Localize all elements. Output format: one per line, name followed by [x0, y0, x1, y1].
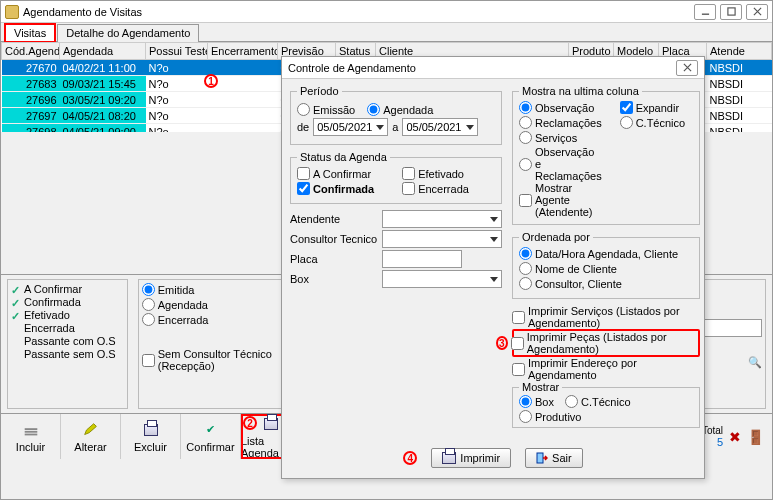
fs-periodo: Período Emissão Agendada de 05/05/2021 a… [290, 85, 502, 145]
chk-imp-servicos[interactable]: Imprimir Serviços (Listados por Agendame… [512, 305, 692, 329]
chk-efetivado[interactable]: Efetivado [11, 309, 116, 321]
window-title: Agendamento de Visitas [23, 6, 142, 18]
radio-ord-cons[interactable]: Consultor, Cliente [519, 277, 622, 290]
radio-ord-nome[interactable]: Nome de Cliente [519, 262, 617, 275]
radio-emissao[interactable]: Emissão [297, 103, 355, 116]
fs-status-agenda: Status da Agenda A Confirmar Confirmada … [290, 151, 502, 204]
col-possui-teste[interactable]: Possui Teste [146, 43, 208, 60]
chk-confirmada[interactable]: Confirmada [11, 296, 116, 308]
print-icon [144, 424, 158, 436]
minimize-button[interactable] [694, 4, 716, 20]
total-value: 5 [702, 436, 723, 448]
close-button[interactable] [746, 4, 768, 20]
dialog-close-button[interactable] [676, 60, 698, 76]
input-placa[interactable] [382, 250, 462, 268]
radio-obs[interactable]: Observação [519, 101, 594, 114]
radio-serv[interactable]: Serviços [519, 131, 577, 144]
print-icon [264, 418, 278, 430]
radio-recl[interactable]: Reclamações [519, 116, 602, 129]
total-label: Total [702, 425, 723, 436]
radio-ord-datahora[interactable]: Data/Hora Agendada, Cliente [519, 247, 678, 260]
col-atende[interactable]: Atende [707, 43, 772, 60]
chk-imp-endereco[interactable]: Imprimir Endereço por Agendamento [512, 357, 692, 381]
chk-encerrada[interactable]: Encerrada [11, 322, 116, 334]
callout-4: 4 [403, 451, 417, 465]
date-a[interactable]: 05/05/2021 [402, 118, 477, 136]
exit-door-icon[interactable]: 🚪 [747, 429, 764, 445]
fs-ultima-coluna: Mostra na ultima coluna Observação Recla… [512, 85, 700, 225]
callout-1: 1 [204, 74, 218, 88]
chk-aconf[interactable]: A Confirmar [297, 167, 371, 180]
callout-2: 2 [243, 416, 257, 430]
radio-ctecnico[interactable]: C.Técnico [620, 116, 686, 129]
radio-agendada[interactable]: Agendada [367, 103, 433, 116]
radio-agendada-f[interactable]: Agendada [142, 298, 283, 311]
radio-m-ct[interactable]: C.Técnico [565, 395, 631, 408]
btn-excluir[interactable]: Excluir [121, 414, 181, 459]
print-icon [442, 452, 456, 464]
dialog-title: Controle de Agendamento [288, 62, 416, 74]
col-cod[interactable]: Cód.Agenda [2, 43, 60, 60]
radio-obsrec[interactable]: Observação e Reclamações [519, 146, 602, 182]
svg-rect-0 [727, 8, 734, 15]
combo-consultor[interactable] [382, 230, 502, 248]
app-icon [5, 5, 19, 19]
status-filter-box: A Confirmar Confirmada Efetivado Encerra… [7, 279, 128, 409]
svg-rect-2 [24, 433, 37, 435]
tab-detalhe[interactable]: Detalhe do Agendamento [57, 24, 199, 42]
radio-emitida[interactable]: Emitida [142, 283, 283, 296]
fs-mostrar: Mostrar Box C.Técnico Produtivo [512, 381, 700, 428]
chk-confirmada-d[interactable]: Confirmada [297, 182, 374, 195]
svg-rect-1 [24, 430, 37, 432]
btn-sair[interactable]: Sair [525, 448, 583, 468]
col-encerramento[interactable]: Encerramento [208, 43, 278, 60]
btn-incluir[interactable]: Incluir [1, 414, 61, 459]
col-agendada[interactable]: Agendada [60, 43, 146, 60]
radio-encerrada-f[interactable]: Encerrada [142, 313, 283, 326]
date-de[interactable]: 05/05/2021 [313, 118, 388, 136]
chk-passante-sem-os[interactable]: Passante sem O.S [11, 348, 116, 360]
callout-3: 3 [496, 336, 508, 350]
svg-rect-4 [537, 453, 543, 463]
titlebar: Agendamento de Visitas [1, 1, 772, 23]
combo-atendente[interactable] [382, 210, 502, 228]
radio-m-prod[interactable]: Produtivo [519, 410, 581, 423]
btn-imprimir[interactable]: Imprimir [431, 448, 511, 468]
combo-box[interactable] [382, 270, 502, 288]
chk-imp-pecas[interactable]: Imprimir Peças (Listados por Agendamento… [511, 331, 688, 355]
tab-bar: Visitas Detalhe do Agendamento [1, 23, 772, 42]
btn-alterar[interactable]: Alterar [61, 414, 121, 459]
chk-encerrada-d[interactable]: Encerrada [402, 182, 469, 195]
fs-ordenada: Ordenada por Data/Hora Agendada, Cliente… [512, 231, 700, 299]
tab-visitas[interactable]: Visitas [5, 24, 55, 42]
chk-passante-os[interactable]: Passante com O.S [11, 335, 116, 347]
search-icon[interactable]: 🔍 [748, 356, 762, 368]
chk-efetivado[interactable]: Efetivado [402, 167, 464, 180]
exit-icon [536, 452, 548, 464]
radio-m-box[interactable]: Box [519, 395, 554, 408]
chk-aconfirmar[interactable]: A Confirmar [11, 283, 116, 295]
chk-sem-consultor[interactable]: Sem Consultor Técnico (Recepção) [142, 348, 283, 372]
btn-confirmar[interactable]: ✔Confirmar [181, 414, 241, 459]
close-icon[interactable]: ✖ [729, 429, 741, 445]
maximize-button[interactable] [720, 4, 742, 20]
chk-expandir[interactable]: Expandir [620, 101, 679, 114]
svg-rect-3 [24, 428, 37, 430]
print-dialog: Controle de Agendamento Período Emissão … [281, 56, 705, 479]
chk-mostrar-agente[interactable]: Mostrar Agente (Atendente) [519, 182, 602, 218]
